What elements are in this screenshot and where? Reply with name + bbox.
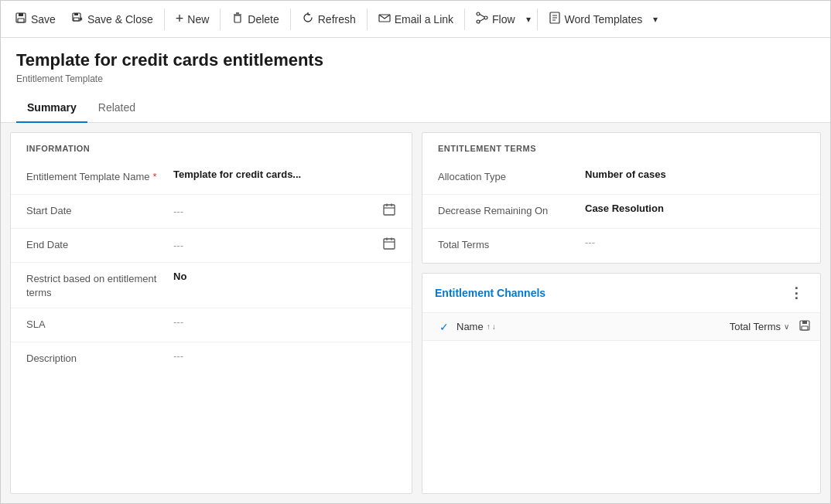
field-label-entitlement-name: Entitlement Template Name *	[26, 169, 173, 184]
tab-related[interactable]: Related	[87, 94, 146, 123]
save-button[interactable]: Save	[7, 7, 63, 32]
field-value-allocation-type[interactable]: Number of cases	[585, 169, 805, 180]
delete-button[interactable]: Delete	[224, 7, 286, 32]
word-templates-button[interactable]: Word Templates	[541, 7, 651, 32]
flow-chevron[interactable]: ▾	[523, 9, 534, 29]
page-title: Template for credit cards entitlements	[16, 50, 815, 70]
entitlement-terms-panel: ENTITLEMENT TERMS Allocation Type Number…	[422, 132, 821, 264]
separator-4	[367, 9, 368, 30]
entitlement-terms-title: ENTITLEMENT TERMS	[422, 133, 820, 161]
total-terms-chevron-icon[interactable]: ∨	[784, 322, 789, 331]
svg-rect-23	[384, 239, 395, 249]
new-button[interactable]: + New	[168, 6, 217, 32]
field-label-start-date: Start Date	[26, 203, 173, 218]
delete-icon	[231, 12, 244, 27]
svg-rect-28	[802, 321, 807, 324]
field-label-decrease-remaining: Decrease Remaining On	[438, 203, 585, 218]
channels-header: Entitlement Channels ⋮	[422, 274, 820, 313]
check-col: ✓	[432, 321, 457, 333]
word-templates-icon	[549, 12, 561, 27]
field-value-restrict[interactable]: No	[173, 271, 396, 282]
field-label-end-date: End Date	[26, 237, 173, 252]
flow-icon	[476, 12, 488, 27]
word-templates-chevron[interactable]: ▾	[650, 9, 661, 29]
field-value-total-terms[interactable]: ---	[585, 237, 805, 248]
field-end-date: End Date ---	[11, 229, 412, 263]
field-label-description: Description	[26, 350, 173, 366]
name-column-header: Name ↑ ↓	[457, 321, 730, 332]
field-sla: SLA ---	[11, 308, 412, 342]
refresh-icon	[302, 12, 314, 27]
channels-table-header: ✓ Name ↑ ↓ Total Terms ∨	[422, 313, 820, 341]
field-allocation-type: Allocation Type Number of cases	[422, 161, 820, 195]
field-entitlement-template-name: Entitlement Template Name * Template for…	[11, 161, 412, 195]
separator-6	[537, 9, 538, 30]
sort-icons: ↑ ↓	[487, 322, 496, 331]
field-value-entitlement-name[interactable]: Template for credit cards...	[173, 169, 396, 180]
entitlement-channels-panel: Entitlement Channels ⋮ ✓ Name ↑ ↓	[422, 273, 821, 494]
svg-rect-1	[19, 13, 23, 16]
flow-group: Flow ▾	[468, 7, 534, 32]
save-close-button[interactable]: Save & Close	[63, 7, 161, 32]
separator-1	[164, 9, 165, 30]
end-date-calendar-icon[interactable]	[382, 237, 396, 254]
check-mark-icon[interactable]: ✓	[439, 321, 449, 333]
field-total-terms: Total Terms ---	[422, 229, 820, 263]
separator-2	[220, 9, 221, 30]
field-value-description[interactable]: ---	[173, 350, 396, 362]
svg-point-11	[484, 16, 487, 19]
field-label-restrict: Restrict based on entitlement terms	[26, 271, 173, 300]
channels-save-icon[interactable]	[799, 319, 811, 334]
save-close-icon	[71, 12, 84, 27]
svg-rect-19	[384, 205, 395, 215]
channels-title: Entitlement Channels	[435, 287, 545, 299]
save-icon	[15, 12, 27, 27]
information-section-title: INFORMATION	[11, 133, 412, 161]
field-value-sla[interactable]: ---	[173, 316, 396, 328]
required-asterisk: *	[152, 170, 156, 184]
tabs-bar: Summary Related	[1, 94, 830, 123]
svg-rect-29	[802, 326, 808, 330]
field-label-total-terms: Total Terms	[438, 237, 585, 252]
right-panels: ENTITLEMENT TERMS Allocation Type Number…	[422, 132, 821, 494]
flow-button[interactable]: Flow	[468, 7, 523, 32]
svg-point-12	[477, 20, 480, 23]
field-value-decrease-remaining[interactable]: Case Resolution	[585, 203, 805, 214]
svg-rect-2	[18, 19, 24, 22]
main-content: INFORMATION Entitlement Template Name * …	[1, 123, 830, 503]
field-label-allocation-type: Allocation Type	[438, 169, 585, 184]
tab-summary[interactable]: Summary	[16, 94, 87, 123]
field-restrict: Restrict based on entitlement terms No	[11, 263, 412, 308]
field-value-end-date[interactable]: ---	[173, 240, 376, 251]
svg-line-13	[480, 14, 484, 17]
field-start-date: Start Date ---	[11, 195, 412, 229]
svg-point-10	[477, 12, 480, 15]
toolbar: Save Save & Close + New Delete Refresh	[1, 1, 830, 38]
field-description: Description ---	[11, 342, 412, 376]
field-label-sla: SLA	[26, 316, 173, 332]
svg-line-14	[480, 19, 484, 22]
email-link-button[interactable]: Email a Link	[371, 7, 461, 32]
word-templates-group: Word Templates ▾	[541, 7, 662, 32]
svg-rect-6	[234, 15, 241, 22]
page-header: Template for credit cards entitlements E…	[1, 38, 830, 94]
channels-more-button[interactable]: ⋮	[785, 283, 808, 303]
svg-rect-4	[74, 13, 78, 15]
sort-up-icon[interactable]: ↑	[487, 322, 491, 331]
separator-3	[290, 9, 291, 30]
svg-rect-5	[74, 18, 79, 21]
refresh-button[interactable]: Refresh	[294, 7, 364, 32]
total-terms-column-header: Total Terms ∨	[730, 319, 811, 334]
information-panel: INFORMATION Entitlement Template Name * …	[10, 132, 412, 494]
start-date-calendar-icon[interactable]	[382, 203, 396, 220]
field-decrease-remaining-on: Decrease Remaining On Case Resolution	[422, 195, 820, 229]
sort-down-icon[interactable]: ↓	[492, 322, 496, 331]
field-value-start-date[interactable]: ---	[173, 206, 376, 217]
new-icon: +	[176, 11, 184, 27]
page-subtitle: Entitlement Template	[16, 73, 815, 84]
email-icon	[378, 12, 391, 27]
separator-5	[464, 9, 465, 30]
